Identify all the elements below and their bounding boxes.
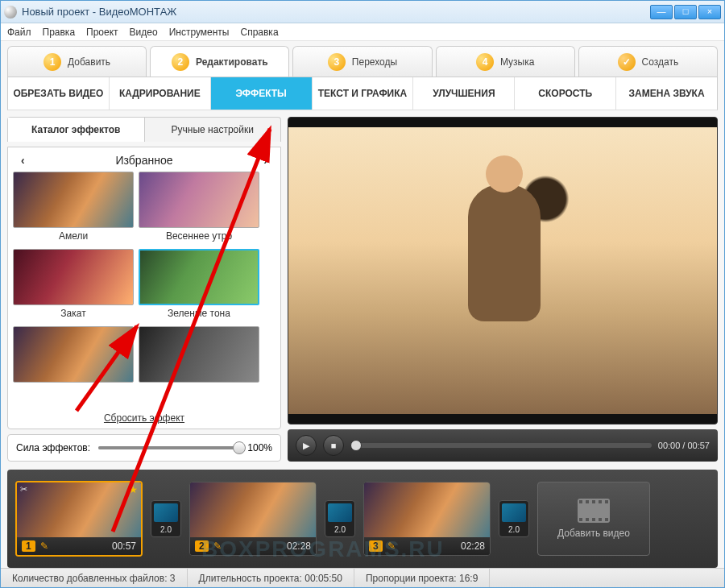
subtab-crop[interactable]: КАДРИРОВАНИЕ — [110, 77, 211, 110]
timeline[interactable]: 1✎00:572.02✎02:282.03✎02:282.0Добавить в… — [7, 470, 718, 568]
effect-strength-slider[interactable] — [98, 446, 239, 449]
timeline-clip[interactable]: 1✎00:57 — [15, 481, 143, 557]
effect-thumb — [13, 172, 134, 228]
tab-effects-catalog[interactable]: Каталог эффектов — [8, 118, 145, 142]
clip-duration: 02:28 — [287, 540, 311, 552]
menu-help[interactable]: Справка — [240, 27, 278, 38]
subtab-text[interactable]: ТЕКСТ И ГРАФИКА — [313, 77, 414, 110]
close-button[interactable]: × — [698, 5, 721, 19]
step-badge-1: 1 — [44, 53, 61, 71]
transition-icon — [502, 503, 526, 522]
edit-subtabs: ОБРЕЗАТЬ ВИДЕО КАДРИРОВАНИЕ ЭФФЕКТЫ ТЕКС… — [7, 77, 718, 110]
menu-edit[interactable]: Правка — [43, 27, 76, 38]
seek-bar[interactable] — [350, 443, 652, 448]
step-transitions[interactable]: 3Переходы — [292, 46, 432, 77]
edit-icon[interactable]: ✎ — [40, 540, 48, 552]
clip-thumb — [190, 482, 316, 537]
effects-header: ‹ Избранное › — [13, 154, 276, 172]
effect-strength-row: Сила эффектов: 100% — [7, 434, 281, 462]
clip-thumb — [17, 482, 141, 537]
status-aspect: Пропорции проекта: 16:9 — [354, 569, 490, 587]
effect-item[interactable]: Зеленые тона — [139, 249, 259, 321]
preview-character — [468, 184, 541, 321]
effect-strength-label: Сила эффектов: — [16, 442, 90, 453]
status-files: Количество добавленных файлов: 3 — [1, 569, 188, 587]
player-controls: ▶ ■ 00:00 / 00:57 — [288, 429, 718, 462]
step-badge-3: 3 — [328, 53, 346, 71]
subtab-effects[interactable]: ЭФФЕКТЫ — [211, 77, 313, 110]
effects-next-icon[interactable]: › — [260, 154, 271, 167]
clip-number: 1 — [22, 540, 35, 552]
add-video-button[interactable]: Добавить видео — [537, 482, 650, 556]
step-label: Музыка — [500, 56, 534, 68]
preview-frame — [288, 127, 717, 414]
step-add[interactable]: 1Добавить — [7, 46, 147, 77]
clip-bar: 2✎02:28 — [190, 537, 316, 555]
edit-icon[interactable]: ✎ — [213, 540, 222, 552]
subtab-trim[interactable]: ОБРЕЗАТЬ ВИДЕО — [8, 77, 110, 110]
effect-label: Весеннее утро — [139, 228, 259, 244]
clip-bar: 3✎02:28 — [364, 537, 490, 555]
timeline-clip[interactable]: 2✎02:28 — [189, 482, 317, 556]
subtab-speed[interactable]: СКОРОСТЬ — [515, 77, 616, 110]
step-badge-check: ✓ — [618, 53, 636, 71]
reset-effect-link[interactable]: Сбросить эффект — [104, 412, 184, 424]
transition-icon — [328, 503, 352, 522]
transition-icon — [154, 503, 178, 522]
menu-video[interactable]: Видео — [130, 27, 158, 38]
transition-duration: 2.0 — [325, 524, 354, 536]
menu-file[interactable]: Файл — [7, 27, 31, 38]
workarea: Каталог эффектов Ручные настройки ‹ Избр… — [7, 110, 718, 466]
effect-item[interactable]: Весеннее утро — [139, 172, 259, 244]
transition-block[interactable]: 2.0 — [499, 500, 529, 537]
menu-project[interactable]: Проект — [86, 27, 118, 38]
step-label: Добавить — [68, 56, 110, 68]
timeline-clip[interactable]: 3✎02:28 — [363, 482, 491, 556]
effects-grid[interactable]: АмелиВесеннее утроЗакатЗеленые тона — [13, 172, 276, 408]
titlebar: Новый проект - ВидеоМОНТАЖ — □ × — [1, 1, 724, 23]
maximize-button[interactable]: □ — [674, 5, 697, 19]
video-preview[interactable] — [288, 117, 718, 424]
effect-label — [13, 383, 134, 387]
app-window: Новый проект - ВидеоМОНТАЖ — □ × Файл Пр… — [0, 0, 725, 588]
effect-thumb — [13, 326, 134, 383]
step-edit[interactable]: 2Редактировать — [150, 46, 289, 77]
effects-prev-icon[interactable]: ‹ — [18, 154, 28, 167]
effect-thumb — [139, 172, 259, 228]
app-icon — [4, 6, 17, 19]
step-label: Переходы — [352, 56, 397, 68]
minimize-button[interactable]: — — [650, 5, 673, 19]
transition-block[interactable]: 2.0 — [151, 500, 181, 537]
slider-fill — [98, 446, 239, 449]
step-music[interactable]: 4Музыка — [436, 46, 575, 77]
step-label: Редактировать — [196, 56, 268, 68]
effect-thumb — [139, 249, 259, 305]
effect-item[interactable] — [139, 326, 259, 387]
stop-button[interactable]: ■ — [323, 435, 344, 456]
effects-inner-tabs: Каталог эффектов Ручные настройки — [7, 117, 281, 142]
clip-number: 3 — [369, 540, 383, 552]
effect-label: Амели — [13, 228, 134, 244]
film-icon — [578, 499, 610, 523]
menubar: Файл Правка Проект Видео Инструменты Спр… — [1, 23, 724, 41]
menu-tools[interactable]: Инструменты — [169, 27, 230, 38]
step-create[interactable]: ✓Создать — [578, 46, 718, 77]
play-button[interactable]: ▶ — [296, 435, 317, 456]
seek-handle-icon[interactable] — [350, 440, 362, 451]
effect-thumb — [13, 249, 134, 305]
effect-item[interactable] — [13, 326, 134, 387]
edit-icon[interactable]: ✎ — [387, 540, 396, 552]
clip-duration: 02:28 — [461, 540, 485, 552]
effect-strength-value: 100% — [247, 442, 272, 453]
subtab-enhance[interactable]: УЛУЧШЕНИЯ — [413, 77, 515, 110]
slider-handle-icon[interactable] — [233, 441, 246, 454]
status-duration: Длительность проекта: 00:05:50 — [188, 569, 354, 587]
effect-item[interactable]: Закат — [13, 249, 134, 321]
tab-effects-manual[interactable]: Ручные настройки — [145, 118, 281, 142]
effect-item[interactable]: Амели — [13, 172, 134, 244]
player-time: 00:00 / 00:57 — [658, 441, 710, 450]
effects-body: ‹ Избранное › АмелиВесеннее утроЗакатЗел… — [7, 147, 281, 429]
subtab-audio-replace[interactable]: ЗАМЕНА ЗВУКА — [616, 77, 717, 110]
wizard-steps: 1Добавить 2Редактировать 3Переходы 4Музы… — [7, 46, 718, 77]
transition-block[interactable]: 2.0 — [325, 500, 355, 537]
